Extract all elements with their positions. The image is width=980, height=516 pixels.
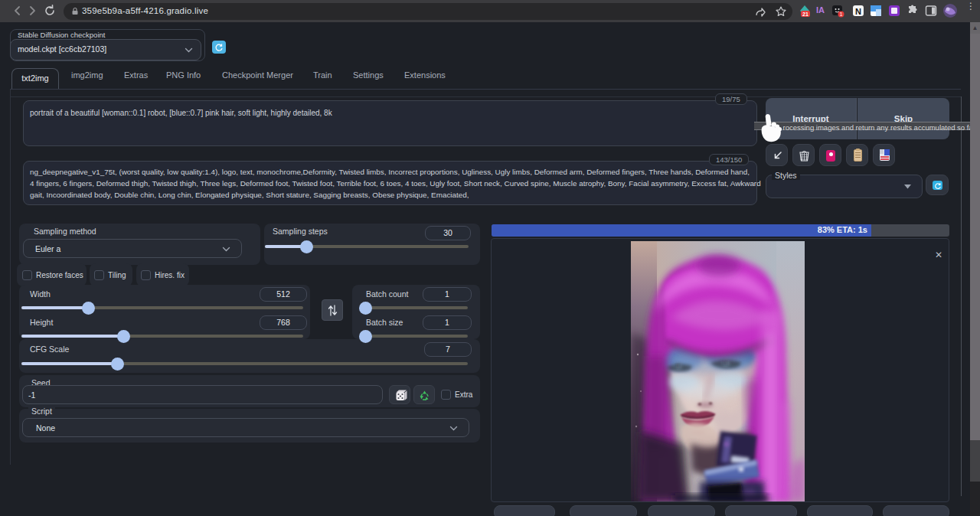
svg-text:N: N (855, 7, 861, 16)
svg-text:1: 1 (840, 11, 843, 17)
svg-text:21: 21 (802, 11, 808, 17)
